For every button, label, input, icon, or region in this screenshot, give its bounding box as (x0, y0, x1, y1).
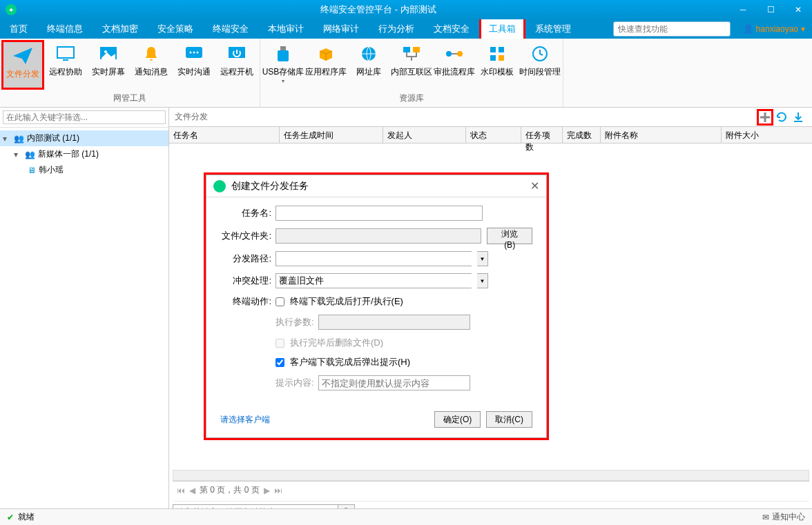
global-search (613, 21, 731, 37)
group-icon: 👥 (25, 150, 35, 159)
svg-rect-17 (499, 47, 504, 52)
select-client-link[interactable]: 请选择客户端 (220, 414, 270, 426)
tree-node-user[interactable]: 🖥 韩小瑶 (0, 162, 168, 178)
dialog-close-button[interactable]: ✕ (530, 179, 539, 192)
user-name: hanxiaoyao (756, 24, 798, 34)
ribbon-usb-storage[interactable]: USB存储库 ▾ (262, 40, 304, 90)
notify-center[interactable]: ✉ 通知中心 (762, 511, 805, 523)
svg-rect-19 (499, 55, 504, 61)
label-tip-content: 提示内容: (276, 377, 318, 389)
dialog-title-text: 创建文件分发任务 (231, 180, 530, 192)
ribbon-file-distribute[interactable]: 文件分发 (1, 40, 44, 90)
sidebar-filter-input[interactable] (3, 110, 166, 124)
popup-checkbox[interactable] (276, 358, 284, 367)
menu-doc-encrypt[interactable]: 文档加密 (93, 19, 148, 39)
horizontal-scrollbar[interactable] (173, 470, 809, 481)
svg-rect-0 (57, 47, 74, 58)
col-time[interactable]: 任务生成时间 (280, 127, 383, 143)
ribbon-watermark[interactable]: 水印模板 (476, 40, 519, 90)
ribbon-internal-net[interactable]: 内部互联区 (390, 40, 433, 90)
label-action: 终端动作: (220, 295, 276, 308)
tree-node-root[interactable]: ▾ 👥 内部测试 (1/1) (0, 130, 168, 146)
tree-node-dept[interactable]: ▾ 👥 新媒体一部 (1/1) (0, 146, 168, 162)
monitor-icon (55, 44, 77, 63)
grid-icon (486, 44, 508, 63)
chat-icon (183, 44, 205, 63)
col-items[interactable]: 任务项数 (521, 127, 563, 143)
col-status[interactable]: 状态 (466, 127, 521, 143)
svg-rect-9 (280, 46, 286, 50)
tree-label: 内部测试 (1/1) (27, 132, 79, 144)
maximize-button[interactable]: ☐ (762, 1, 779, 18)
menu-toolbox[interactable]: 工具箱 (479, 19, 525, 39)
conflict-select[interactable] (276, 273, 472, 288)
menu-terminal-info[interactable]: 终端信息 (37, 19, 93, 39)
distribute-path-input[interactable] (276, 251, 472, 266)
ribbon-app-library[interactable]: 应用程序库 (304, 40, 347, 90)
file-folder-input[interactable] (276, 228, 481, 244)
page-last[interactable]: ⏭ (274, 486, 282, 495)
path-dropdown[interactable]: ▼ (477, 251, 488, 266)
page-first[interactable]: ⏮ (177, 486, 185, 495)
sidebar: ▾ 👥 内部测试 (1/1) ▾ 👥 新媒体一部 (1/1) 🖥 韩小瑶 (0, 108, 169, 522)
col-attach-name[interactable]: 附件名称 (601, 127, 722, 143)
expand-icon: ▾ (14, 150, 22, 159)
ribbon-realtime-chat[interactable]: 实时沟通 (173, 40, 215, 90)
exec-params-input (318, 315, 470, 330)
label-file-folder: 文件/文件夹: (220, 230, 276, 242)
menu-security-policy[interactable]: 安全策略 (148, 19, 203, 39)
svg-point-5 (190, 52, 192, 54)
usb-icon (272, 44, 294, 63)
chevron-down-icon: ▾ (801, 24, 805, 34)
ribbon-realtime-screen[interactable]: 实时屏幕 (87, 40, 130, 90)
window-title: 终端安全管控平台 - 内部测试 (22, 3, 735, 16)
group-icon: 👥 (14, 134, 24, 143)
menu-sysadmin[interactable]: 系统管理 (525, 19, 581, 39)
close-button[interactable]: ✕ (790, 1, 806, 18)
status-text: 就绪 (18, 511, 35, 523)
menu-terminal-security[interactable]: 终端安全 (203, 19, 258, 39)
ribbon-remote-power[interactable]: 远程开机 (215, 40, 258, 90)
statusbar: ✔ 就绪 ✉ 通知中心 (0, 508, 812, 525)
ok-button[interactable]: 确定(O) (434, 411, 481, 428)
cancel-button[interactable]: 取消(C) (486, 411, 532, 428)
page-next[interactable]: ▶ (264, 486, 270, 495)
download-button[interactable] (790, 109, 806, 126)
ribbon-time-manage[interactable]: 时间段管理 (519, 40, 561, 90)
tree-label: 韩小瑶 (39, 164, 64, 176)
menu-home[interactable]: 首页 (0, 19, 37, 39)
flow-icon (443, 44, 465, 63)
ribbon-url-library[interactable]: 网址库 (347, 40, 390, 90)
col-done[interactable]: 完成数 (563, 127, 601, 143)
col-initiator[interactable]: 发起人 (383, 127, 466, 143)
ribbon-notify-message[interactable]: 通知消息 (130, 40, 173, 90)
svg-point-7 (197, 52, 199, 54)
browse-button[interactable]: 浏览(B) (487, 228, 532, 244)
refresh-button[interactable] (773, 109, 790, 126)
menu-behavior[interactable]: 行为分析 (369, 19, 424, 39)
conflict-dropdown[interactable]: ▼ (477, 273, 488, 288)
svg-point-3 (104, 50, 107, 53)
label-exec-params: 执行参数: (276, 316, 318, 328)
taskname-input[interactable] (276, 206, 483, 221)
execute-checkbox[interactable] (276, 297, 284, 306)
svg-rect-10 (278, 50, 289, 61)
menu-doc-security[interactable]: 文档安全 (424, 19, 479, 39)
ribbon-remote-assist[interactable]: 远程协助 (44, 40, 87, 90)
ribbon: 文件分发 远程协助 实时屏幕 通知消息 实时沟通 远程开机 (0, 39, 812, 108)
menu-local-audit[interactable]: 本地审计 (258, 19, 313, 39)
network-icon (400, 44, 423, 63)
user-menu[interactable]: 👤 hanxiaoyao ▾ (736, 24, 812, 34)
col-attach-size[interactable]: 附件大小 (722, 127, 812, 143)
ribbon-approval-flow[interactable]: 审批流程库 (433, 40, 476, 90)
create-task-dialog: 创建文件分发任务 ✕ 任务名: 文件/文件夹: 浏览(B) 分发路径: ▼ (204, 172, 549, 440)
tip-content-input[interactable] (318, 375, 470, 390)
minimize-button[interactable]: ─ (735, 1, 751, 18)
page-prev[interactable]: ◀ (189, 486, 195, 495)
global-search-input[interactable] (613, 21, 731, 37)
ribbon-group-nettools: 文件分发 远程协助 实时屏幕 通知消息 实时沟通 远程开机 (0, 39, 260, 107)
menu-network-audit[interactable]: 网络审计 (313, 19, 369, 39)
col-taskname[interactable]: 任务名 (169, 127, 280, 143)
add-button[interactable] (757, 109, 773, 126)
svg-rect-13 (413, 47, 420, 52)
